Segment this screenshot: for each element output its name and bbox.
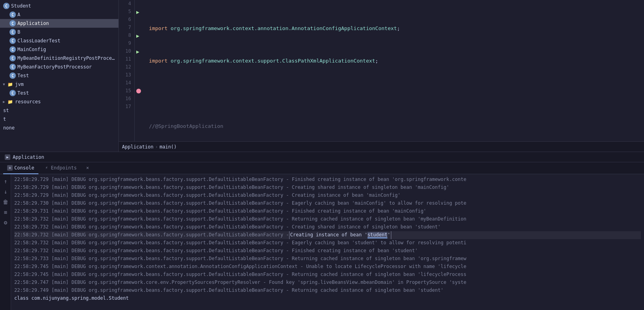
- tab-console-label: Console: [14, 165, 34, 171]
- console-line-12: 22:58:29.745 [main] DEBUG org.springfram…: [14, 271, 641, 279]
- line-numbers: 4 5 6 7 8 9 10 11 12 13 14 15 16 17: [119, 0, 135, 141]
- sidebar-item-label: t: [3, 116, 6, 122]
- code-area[interactable]: 4 5 6 7 8 9 10 11 12 13 14 15 16 17: [119, 0, 644, 141]
- sidebar-item-label: Student: [11, 3, 31, 9]
- folder-icon: 📁: [7, 99, 13, 105]
- sidebar-item-label: Test: [17, 90, 29, 96]
- panel-title-bar: ▶ Application: [0, 152, 644, 162]
- console-line-15: class com.nijunyang.spring.model.Student: [14, 295, 641, 302]
- console-line-10: 22:58:29.733 [main] DEBUG org.springfram…: [14, 255, 641, 263]
- sidebar-item-jvm-folder[interactable]: ▼ 📁 jvm: [0, 80, 118, 89]
- sidebar-item-label: A: [17, 12, 20, 17]
- tab-endpoints-label: Endpoints: [51, 165, 77, 171]
- sidebar-item-mybeanfactory[interactable]: C MyBeanFactoryPostProcessor: [0, 63, 118, 71]
- sidebar-item-application[interactable]: C Application: [0, 19, 118, 28]
- console-toolbar: ↑ ↓ 🗑 ≡ ⚙: [0, 174, 11, 310]
- line-num-9: 9: [122, 40, 131, 48]
- console-line-6: 22:58:29.732 [main] DEBUG org.springfram…: [14, 223, 641, 231]
- tab-endpoints[interactable]: ⚡ Endpoints: [40, 162, 81, 174]
- breadcrumb-separator: ›: [155, 144, 158, 150]
- line-num-17: 17: [122, 103, 131, 111]
- class-icon: C: [10, 11, 16, 18]
- highlighted-word: student: [368, 232, 388, 238]
- gutter-16: [135, 95, 146, 103]
- console-line-8: 22:58:29.732 [main] DEBUG org.springfram…: [14, 239, 641, 247]
- class-icon: C: [3, 3, 10, 9]
- sidebar-folder-label: resources: [15, 99, 41, 105]
- run-arrow-5[interactable]: ▶: [135, 9, 139, 15]
- console-line-14: 22:58:29.749 [main] DEBUG org.springfram…: [14, 287, 641, 295]
- class-icon: C: [10, 64, 16, 70]
- console-line-11: 22:58:29.745 [main] DEBUG org.springfram…: [14, 263, 641, 271]
- console-line-9: 22:58:29.732 [main] DEBUG org.springfram…: [14, 247, 641, 255]
- breakpoint-icon[interactable]: [136, 89, 141, 93]
- sidebar-folder-label: jvm: [15, 82, 24, 87]
- scroll-up-button[interactable]: ↑: [2, 177, 10, 185]
- console-line-5: 22:58:29.732 [main] DEBUG org.springfram…: [14, 215, 641, 223]
- class-icon: C: [10, 46, 16, 53]
- scroll-down-button[interactable]: ↓: [2, 188, 10, 196]
- line-num-12: 12: [122, 63, 131, 71]
- sidebar-item-mainconfig[interactable]: C MainConfig: [0, 45, 118, 54]
- console-line-4: 22:58:29.731 [main] DEBUG org.springfram…: [14, 207, 641, 215]
- sidebar-item-label: MyBeanDefinitionRegistryPostProcessor: [17, 55, 117, 61]
- sidebar: C Student C A C Application C B C ClassL…: [0, 0, 119, 152]
- sidebar-item-mybeandef[interactable]: C MyBeanDefinitionRegistryPostProcessor: [0, 54, 118, 63]
- sidebar-item-classloadertest[interactable]: C ClassLoaderTest: [0, 36, 118, 45]
- sidebar-item-b[interactable]: C B: [0, 28, 118, 36]
- tab-close-label: ×: [86, 165, 89, 171]
- panel-title: Application: [13, 154, 44, 160]
- sidebar-item-test-jvm[interactable]: C Test: [0, 89, 118, 97]
- sidebar-item-resources-folder[interactable]: ▶ 📁 resources: [0, 97, 118, 106]
- gutter-10: ▶: [135, 48, 146, 55]
- sidebar-item-test-main[interactable]: C Test: [0, 71, 118, 80]
- settings-button[interactable]: ⚙: [2, 219, 10, 226]
- sidebar-item-label: Application: [17, 21, 49, 26]
- tab-console[interactable]: ≡ Console: [3, 162, 38, 174]
- code-content[interactable]: import org.springframework.context.annot…: [146, 0, 644, 141]
- gutter-15-bp: [135, 87, 146, 95]
- line-num-11: 11: [122, 55, 131, 63]
- console-line-2: 22:58:29.729 [main] DEBUG org.springfram…: [14, 192, 641, 200]
- tab-close[interactable]: ×: [82, 162, 93, 174]
- class-icon: C: [10, 72, 16, 79]
- run-arrow-10[interactable]: ▶: [135, 49, 139, 55]
- code-line-5: import org.springframework.context.suppo…: [149, 57, 641, 65]
- clear-button[interactable]: 🗑: [2, 198, 10, 206]
- console-main: ↑ ↓ 🗑 ≡ ⚙ 22:58:29.729 [main] DEBUG org.…: [0, 174, 644, 310]
- line-num-7: 7: [122, 24, 131, 32]
- run-arrow-8[interactable]: ▶: [135, 33, 139, 39]
- expand-arrow-icon: ▶: [2, 99, 6, 104]
- console-line-empty: [14, 302, 641, 310]
- class-icon: C: [10, 29, 16, 35]
- breadcrumb-main[interactable]: main(): [160, 144, 177, 150]
- line-num-4: 4: [122, 0, 131, 8]
- gutter-11: [135, 55, 146, 63]
- line-num-14: 14: [122, 79, 131, 87]
- line-num-8: 8: [122, 32, 131, 40]
- breadcrumb-bar: Application › main(): [119, 141, 644, 152]
- sidebar-item-t[interactable]: t: [0, 115, 118, 124]
- gutter-12: [135, 63, 146, 71]
- sidebar-item-label: st: [3, 108, 9, 113]
- class-icon: C: [10, 20, 16, 27]
- sidebar-item-label: MyBeanFactoryPostProcessor: [17, 64, 92, 70]
- sidebar-item-label: ClassLoaderTest: [17, 38, 60, 44]
- sidebar-item-label: none: [3, 125, 15, 131]
- breadcrumb-application[interactable]: Application: [122, 144, 153, 150]
- console-line-0: 22:58:29.729 [main] DEBUG org.springfram…: [14, 176, 641, 184]
- sidebar-item-label: Test: [17, 73, 29, 78]
- console-output[interactable]: 22:58:29.729 [main] DEBUG org.springfram…: [11, 174, 644, 310]
- console-line-3: 22:58:29.730 [main] DEBUG org.springfram…: [14, 200, 641, 207]
- endpoints-icon: ⚡: [44, 165, 50, 171]
- sidebar-item-student[interactable]: C Student: [0, 2, 118, 10]
- filter-button[interactable]: ≡: [2, 208, 10, 216]
- sidebar-item-a[interactable]: C A: [0, 10, 118, 19]
- console-icon: ≡: [7, 165, 13, 171]
- gutter-4: [135, 0, 146, 8]
- line-num-6: 6: [122, 16, 131, 24]
- top-section: C Student C A C Application C B C ClassL…: [0, 0, 644, 152]
- code-line-4: import org.springframework.context.annot…: [149, 25, 641, 32]
- sidebar-item-st[interactable]: st: [0, 106, 118, 115]
- sidebar-item-none[interactable]: none: [0, 124, 118, 132]
